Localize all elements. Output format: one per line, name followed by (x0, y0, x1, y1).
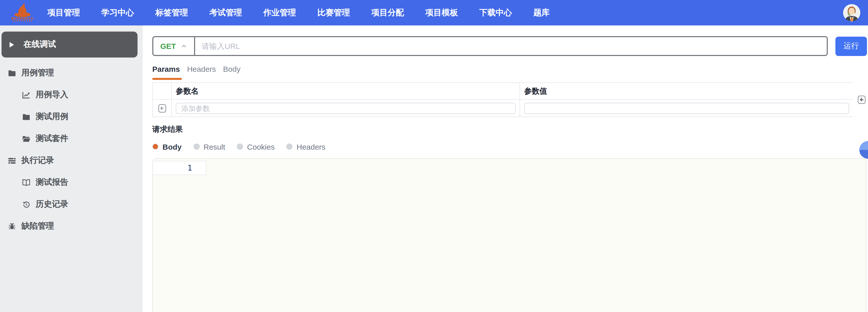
param-name-cell (171, 100, 520, 116)
logo-subtitle-line (13, 20, 32, 22)
add-param-column-icon[interactable] (858, 96, 865, 104)
sidebar-item-defect-mgmt[interactable]: 缺陷管理 (0, 215, 143, 237)
result-section-title: 请求结果 (152, 124, 868, 134)
radio-result[interactable]: Result (193, 142, 225, 151)
sidebar-item-label: 缺陷管理 (21, 221, 54, 232)
sidebar-item-test-cases[interactable]: 测试用例 (0, 106, 143, 128)
top-navbar: 霍格沃兹测试开发 项目管理 学习中心 标签管理 考试管理 作业管理 比赛管理 项… (0, 0, 868, 26)
add-param-row-icon[interactable] (158, 104, 166, 112)
menu-item-contest-mgmt[interactable]: 比赛管理 (317, 7, 350, 18)
list-icon (8, 157, 16, 165)
method-value: GET (160, 42, 176, 50)
sidebar-menu: 用例管理 用例导入 测试用例 测试套件 (0, 62, 143, 237)
radio-selected-icon (152, 143, 158, 150)
folder-icon (8, 69, 16, 77)
param-value-cell (520, 100, 853, 116)
params-table-area: 参数名 参数值 (152, 82, 868, 117)
radio-label: Headers (297, 142, 325, 151)
radio-unselected-icon (286, 143, 292, 150)
menu-item-project-assign[interactable]: 项目分配 (371, 7, 404, 18)
sidebar-item-label: 历史记录 (36, 199, 68, 210)
tab-params[interactable]: Params (152, 65, 180, 73)
sidebar-item-case-import[interactable]: 用例导入 (0, 84, 143, 106)
line-number: 1 (187, 163, 192, 173)
param-name-header: 参数名 (171, 83, 520, 100)
history-icon (22, 200, 31, 208)
sidebar-item-test-suites[interactable]: 测试套件 (0, 128, 143, 150)
radio-unselected-icon (193, 143, 199, 150)
menu-item-download-center[interactable]: 下载中心 (479, 7, 512, 18)
editor-line-gutter: 1 (153, 161, 206, 175)
brand-logo[interactable]: 霍格沃兹测试开发 (0, 0, 48, 26)
sidebar-item-online-debug[interactable]: 在线调试 (2, 32, 137, 58)
params-table: 参数名 参数值 (152, 82, 853, 117)
debug-panel: GET 运行 Params Headers Body 参数名 参数值 (143, 26, 868, 312)
menu-item-learning-center[interactable]: 学习中心 (101, 7, 134, 18)
avatar-image (843, 4, 860, 22)
method-select[interactable]: GET (153, 37, 194, 55)
user-avatar[interactable] (843, 4, 860, 22)
sidebar-item-label: 在线调试 (24, 39, 56, 50)
param-value-header: 参数值 (520, 83, 853, 100)
sidebar-item-label: 测试报告 (36, 177, 68, 188)
sidebar-nav: 在线调试 用例管理 用例导入 测试用例 (0, 26, 143, 312)
table-row (153, 100, 171, 116)
sidebar-item-exec-records[interactable]: 执行记录 (0, 150, 143, 172)
response-body-editor[interactable]: 1 (152, 158, 866, 312)
chevron-up-icon (181, 43, 187, 49)
book-open-icon (22, 178, 31, 186)
tab-body[interactable]: Body (223, 65, 241, 73)
url-input[interactable] (195, 37, 827, 55)
menu-item-tag-mgmt[interactable]: 标签管理 (155, 7, 188, 18)
request-bar: GET 运行 (152, 36, 868, 56)
menu-item-project-mgmt[interactable]: 项目管理 (48, 7, 80, 18)
param-value-input[interactable] (524, 103, 849, 114)
menu-item-exam-mgmt[interactable]: 考试管理 (209, 7, 242, 18)
sorting-hat-logo-icon (12, 2, 33, 17)
folder-open-icon (22, 135, 31, 143)
menu-item-homework-mgmt[interactable]: 作业管理 (264, 7, 296, 18)
radio-cookies[interactable]: Cookies (237, 142, 275, 151)
sidebar-item-label: 用例导入 (36, 90, 68, 100)
radio-label: Body (162, 142, 182, 151)
radio-headers[interactable]: Headers (286, 142, 325, 151)
main-menu: 项目管理 学习中心 标签管理 考试管理 作业管理 比赛管理 项目分配 项目模板 … (48, 7, 571, 18)
menu-item-project-template[interactable]: 项目模板 (425, 7, 458, 18)
menu-item-question-bank[interactable]: 题库 (533, 7, 550, 18)
radio-label: Result (204, 142, 225, 151)
sidebar-item-label: 测试用例 (36, 111, 68, 122)
param-row-header-blank (153, 83, 171, 100)
bug-icon (8, 222, 16, 230)
radio-label: Cookies (247, 142, 275, 151)
sidebar-item-label: 执行记录 (21, 155, 54, 166)
radio-unselected-icon (237, 143, 243, 150)
active-tab-indicator (152, 78, 182, 80)
param-name-input[interactable] (176, 103, 516, 114)
sidebar-item-label: 测试套件 (36, 133, 68, 144)
request-tabs: Params Headers Body (152, 65, 868, 73)
logo-caption: 霍格沃兹测试开发 (11, 17, 34, 20)
result-view-options: Body Result Cookies Headers (152, 141, 868, 152)
tab-headers[interactable]: Headers (187, 65, 216, 73)
sidebar-item-case-mgmt[interactable]: 用例管理 (0, 62, 143, 84)
radio-body[interactable]: Body (152, 142, 182, 151)
url-input-group: GET (152, 36, 828, 56)
play-icon (8, 41, 17, 48)
app-window: 霍格沃兹测试开发 项目管理 学习中心 标签管理 考试管理 作业管理 比赛管理 项… (0, 0, 868, 312)
chart-line-icon (22, 91, 31, 99)
sidebar-item-test-reports[interactable]: 测试报告 (0, 172, 143, 194)
sidebar-item-history[interactable]: 历史记录 (0, 194, 143, 215)
folder-icon (22, 113, 31, 121)
sidebar-item-label: 用例管理 (21, 68, 54, 78)
run-button[interactable]: 运行 (835, 36, 867, 56)
